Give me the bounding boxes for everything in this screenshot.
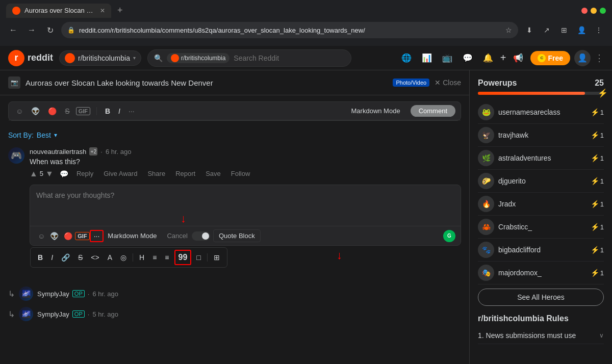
mode-toggle[interactable] — [192, 231, 210, 241]
hero-name-3[interactable]: djguerito — [498, 177, 586, 185]
hero-name-5[interactable]: Crabsticc_ — [498, 223, 586, 231]
follow-button[interactable]: Follow — [229, 169, 252, 178]
format-bullet-button[interactable]: ≡ — [149, 251, 160, 264]
comment-flair-icon: +2 — [89, 147, 97, 155]
forward-button[interactable]: → — [24, 23, 39, 37]
format-quote-button[interactable]: 99 — [174, 250, 192, 265]
cancel-button[interactable]: Cancel — [167, 232, 187, 240]
window-minimize[interactable] — [591, 8, 597, 14]
refresh-button[interactable]: ↻ — [43, 23, 57, 37]
stats-icon[interactable]: 📊 — [419, 50, 435, 66]
save-button[interactable]: Save — [203, 169, 223, 178]
share-icon[interactable]: ↗ — [540, 23, 554, 37]
active-tab[interactable]: Auroras over Slocan Lake lookin... ✕ — [6, 4, 111, 18]
alien-icon[interactable]: 👽 — [29, 106, 42, 116]
close-icon: ✕ — [435, 79, 441, 87]
reply-reddit-icon[interactable]: 🔴 — [61, 230, 75, 242]
free-button[interactable]: C Free — [530, 51, 570, 65]
sort-value[interactable]: Best — [37, 131, 51, 139]
format-superscript-button[interactable]: A — [105, 251, 115, 264]
advertise-icon[interactable]: 📢 — [510, 50, 526, 66]
format-numbered-button[interactable]: ≡ — [162, 251, 172, 264]
search-bar[interactable]: 🔍 r/britishcolumbia — [147, 49, 351, 67]
window-maximize[interactable] — [600, 8, 606, 14]
tab-close-button[interactable]: ✕ — [100, 7, 105, 14]
reply-bubble-icon[interactable]: 💬 — [60, 170, 68, 178]
download-icon[interactable]: ⬇ — [522, 23, 537, 37]
reddit-avatar-icon[interactable]: 🔴 — [46, 106, 59, 116]
sort-arrow-icon[interactable]: ▾ — [54, 132, 57, 139]
reply-editor-textarea[interactable]: What are your thoughts? — [30, 185, 461, 226]
chat-icon[interactable]: 💬 — [460, 50, 476, 66]
reply-emoji-icon[interactable]: ☺ — [35, 230, 47, 242]
rule-expand-icon-1[interactable]: ∨ — [599, 332, 604, 339]
bookmark-icon[interactable]: ☆ — [505, 26, 512, 34]
subreddit-name: r/britishcolumbia — [78, 54, 130, 62]
bc-author-1[interactable]: SymplyJay — [37, 290, 69, 298]
reply-button[interactable]: Reply — [74, 169, 95, 178]
share-button[interactable]: Share — [145, 169, 167, 178]
vote-section: ▲ 5 ▼ — [30, 169, 54, 178]
comment-submit-button[interactable]: Comment — [411, 105, 455, 117]
more-toolbar-button[interactable]: ··· — [126, 106, 137, 116]
more-options-button[interactable]: ⋮ — [595, 53, 604, 64]
more-format-button[interactable]: ··· — [90, 230, 104, 242]
subreddit-selector[interactable]: r/britishcolumbia ▾ — [59, 50, 141, 66]
power-value-5: 1 — [600, 223, 604, 231]
extensions-icon[interactable]: ⊞ — [557, 23, 571, 37]
power-value-7: 1 — [600, 269, 604, 277]
format-code-button[interactable]: <> — [88, 251, 102, 264]
see-all-heroes-button[interactable]: See All Heroes — [478, 289, 604, 306]
format-bold-button[interactable]: B — [35, 251, 46, 264]
reply-alien-icon[interactable]: 👽 — [47, 230, 61, 242]
hero-name-7[interactable]: majordomox_ — [498, 269, 586, 277]
report-button[interactable]: Report — [173, 169, 197, 178]
format-spoiler-button[interactable]: ◎ — [117, 251, 130, 264]
video-icon[interactable]: 📺 — [439, 50, 455, 66]
format-block-button[interactable]: □ — [193, 251, 203, 264]
give-award-button[interactable]: Give Award — [101, 169, 139, 178]
back-button[interactable]: ← — [6, 23, 20, 37]
hero-power-3: ⚡ 1 — [591, 177, 604, 185]
hero-name-1[interactable]: travjhawk — [498, 131, 586, 139]
user-avatar-button[interactable]: 👤 — [574, 50, 591, 66]
rule-item-1[interactable]: 1. News submissions must use ∨ — [478, 327, 604, 344]
hero-name-4[interactable]: Jradx — [498, 200, 586, 208]
hero-name-2[interactable]: astraladventures — [498, 154, 586, 162]
hero-name-0[interactable]: usernamesareclass — [498, 108, 586, 116]
notifications-icon[interactable]: 🔔 — [480, 50, 496, 66]
format-italic-button[interactable]: I — [48, 251, 56, 264]
globe-icon[interactable]: 🌐 — [398, 50, 415, 66]
comment-author[interactable]: nouveautrailertrash — [30, 148, 86, 155]
format-strikethrough-button[interactable]: S — [75, 251, 86, 264]
window-close[interactable] — [581, 8, 588, 14]
close-post-button[interactable]: ✕ Close — [435, 79, 461, 87]
emoji-icon[interactable]: ☺ — [14, 106, 25, 116]
format-heading-button[interactable]: H — [136, 251, 147, 264]
create-button[interactable]: + — [500, 52, 506, 64]
search-input[interactable] — [234, 54, 345, 62]
reply-gif-button[interactable]: GIF — [75, 232, 89, 240]
bc-author-2[interactable]: SymplyJay — [37, 310, 69, 318]
strikethrough-icon[interactable]: S — [63, 106, 71, 116]
bc-time-2: 5 hr. ago — [92, 310, 118, 318]
toggle-switch[interactable] — [192, 231, 210, 241]
browser-menu-icon[interactable]: ⋮ — [592, 23, 606, 37]
power-value-2: 1 — [600, 154, 604, 162]
gif-button[interactable]: GIF — [76, 107, 90, 115]
format-table-button[interactable]: ⊞ — [211, 251, 223, 264]
italic-button[interactable]: I — [116, 106, 122, 116]
reddit-logo[interactable]: r reddit — [8, 50, 53, 66]
profile-icon[interactable]: 👤 — [574, 23, 589, 37]
format-link-button[interactable]: 🔗 — [58, 251, 73, 264]
hero-name-6[interactable]: bigbadclifford — [498, 246, 586, 254]
grammarly-icon[interactable]: G — [443, 230, 455, 242]
search-subreddit-filter[interactable]: r/britishcolumbia — [167, 53, 230, 63]
bold-button[interactable]: B — [103, 106, 112, 116]
bc-time-1: 6 hr. ago — [92, 290, 118, 298]
downvote-button[interactable]: ▼ — [45, 169, 54, 178]
address-bar[interactable]: 🔒 reddit.com/r/britishcolumbia/comments/… — [61, 22, 518, 38]
upvote-button[interactable]: ▲ — [30, 169, 38, 178]
powerups-progress-bar: ⚡ — [478, 92, 604, 95]
new-tab-button[interactable]: + — [113, 3, 127, 18]
